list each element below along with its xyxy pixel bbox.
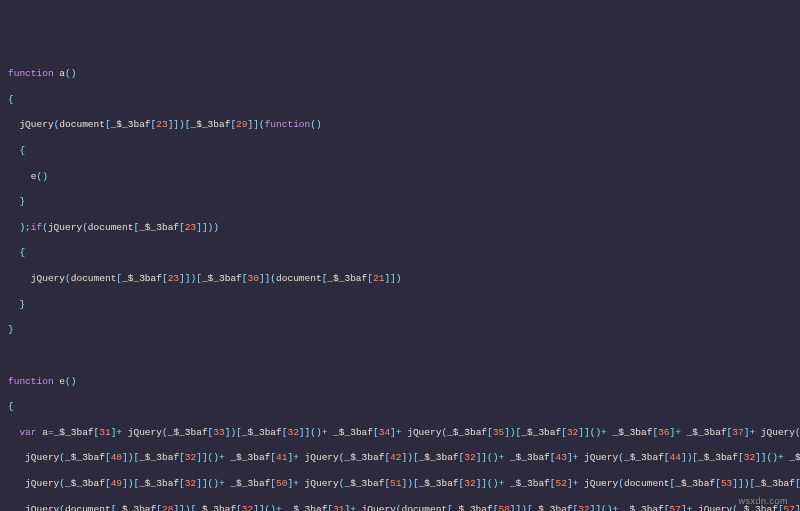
code-line: } <box>8 196 792 209</box>
code-line: e() <box>8 171 792 184</box>
code-line: { <box>8 247 792 260</box>
code-line: jQuery(_$_3baf[40])[_$_3baf[32]]()+ _$_3… <box>8 452 792 465</box>
code-line: { <box>8 401 792 414</box>
code-line: );if(jQuery(document[_$_3baf[23]])) <box>8 222 792 235</box>
watermark: wsxdn.com <box>738 495 788 507</box>
code-line <box>8 350 792 363</box>
code-line: { <box>8 145 792 158</box>
code-editor: function a() { jQuery(document[_$_3baf[2… <box>8 55 792 511</box>
code-line: } <box>8 299 792 312</box>
code-line: } <box>8 324 792 337</box>
code-line: function e() <box>8 376 792 389</box>
code-line: function a() <box>8 68 792 81</box>
code-line: var a=_$_3baf[31]+ jQuery(_$_3baf[33])[_… <box>8 427 792 440</box>
code-line: jQuery(document[_$_3baf[23]])[_$_3baf[30… <box>8 273 792 286</box>
code-line: jQuery(_$_3baf[49])[_$_3baf[32]]()+ _$_3… <box>8 478 792 491</box>
code-line: { <box>8 94 792 107</box>
code-line: jQuery(document[_$_3baf[28]])[_$_3baf[32… <box>8 504 792 511</box>
code-line: jQuery(document[_$_3baf[23]])[_$_3baf[29… <box>8 119 792 132</box>
